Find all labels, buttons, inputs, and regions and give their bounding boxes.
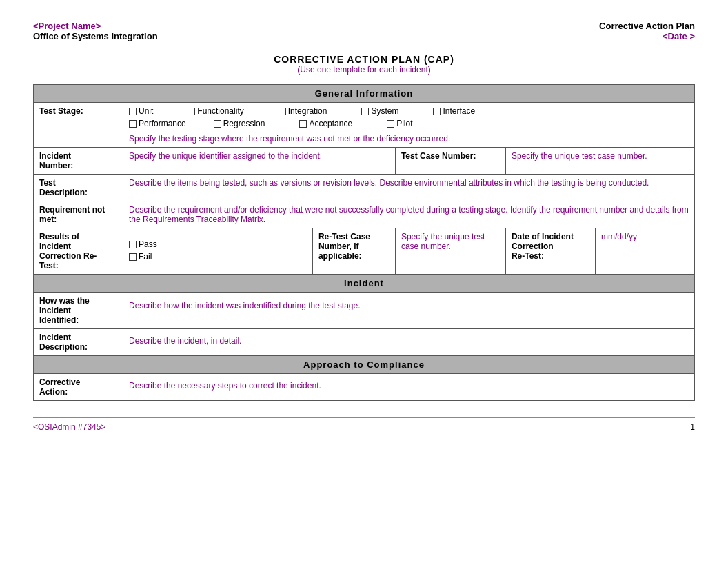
footer-admin: <OSIAdmin #7345>	[33, 422, 105, 432]
header-left: <Project Name> Office of Systems Integra…	[33, 21, 158, 41]
incident-description-help: Describe the incident, in detail.	[129, 336, 241, 346]
checkbox-pilot-label: Pilot	[396, 119, 412, 128]
checkbox-pilot-box[interactable]	[387, 120, 394, 128]
test-case-number-content: Specify the unique test case number.	[505, 148, 694, 175]
requirement-not-met-row: Requirement notmet: Describe the require…	[34, 201, 695, 228]
main-subtitle: (Use one template for each incident)	[33, 65, 695, 75]
corrective-action-content: Describe the necessary steps to correct …	[123, 374, 695, 401]
retest-case-label-cell: Re-Test CaseNumber, ifapplicable:	[312, 228, 395, 275]
checkbox-acceptance: Acceptance	[299, 119, 374, 128]
checkbox-pass-label: Pass	[139, 239, 157, 249]
results-row: Results ofIncidentCorrection Re-Test: Pa…	[34, 228, 695, 275]
corrective-action-row: CorrectiveAction: Describe the necessary…	[34, 374, 695, 401]
test-stage-label: Test Stage:	[34, 103, 123, 148]
checkbox-regression-box[interactable]	[214, 120, 221, 128]
checkbox-unit-label: Unit	[139, 106, 153, 116]
test-stage-content: Unit Functionality Integration Syst	[123, 103, 695, 148]
retest-case-help: Specify the unique test case number.	[401, 232, 485, 251]
retest-case-content: Specify the unique test case number.	[395, 228, 505, 275]
checkbox-integration-label: Integration	[288, 106, 327, 116]
footer-page-number: 1	[690, 422, 695, 432]
test-description-row: TestDescription: Describe the items bein…	[34, 175, 695, 201]
checkbox-integration-box[interactable]	[279, 108, 286, 115]
checkbox-system-box[interactable]	[361, 108, 369, 115]
test-description-content: Describe the items being tested, such as…	[123, 175, 695, 201]
incident-number-help: Specify the unique identifier assigned t…	[129, 151, 322, 161]
general-info-header: General Information	[34, 85, 695, 103]
checkbox-interface-label: Interface	[443, 106, 475, 116]
incident-description-content: Describe the incident, in detail.	[123, 329, 695, 356]
checkbox-performance-box[interactable]	[129, 120, 136, 128]
how-identified-row: How was theIncidentIdentified: Describe …	[34, 293, 695, 329]
incident-header-row: Incident	[34, 275, 695, 293]
header-right: Corrective Action Plan <Date >	[599, 21, 695, 41]
date-of-incident-label-cell: Date of IncidentCorrectionRe-Test:	[505, 228, 595, 275]
checkbox-integration: Integration	[279, 106, 350, 116]
corrective-action-label: CorrectiveAction:	[34, 374, 123, 401]
corrective-action-help: Describe the necessary steps to correct …	[129, 381, 321, 391]
checkbox-interface-box[interactable]	[433, 108, 441, 115]
checkboxes-wrap: Unit Functionality Integration Syst	[129, 106, 689, 144]
incident-number-content: Specify the unique identifier assigned t…	[123, 148, 396, 175]
general-info-header-row: General Information	[34, 85, 695, 103]
checkbox-pass-box[interactable]	[129, 241, 136, 248]
incident-testcase-row: IncidentNumber: Specify the unique ident…	[34, 148, 695, 175]
checkbox-performance: Performance	[129, 119, 201, 128]
incident-number-label: IncidentNumber:	[34, 148, 123, 175]
checkbox-acceptance-label: Acceptance	[309, 119, 352, 128]
checkbox-regression-label: Regression	[223, 119, 265, 128]
results-label: Results ofIncidentCorrection Re-Test:	[34, 228, 123, 275]
test-description-help: Describe the items being tested, such as…	[129, 178, 649, 188]
checkbox-functionality-label: Functionality	[197, 106, 243, 116]
test-stage-help: Specify the testing stage where the requ…	[129, 134, 689, 144]
checkbox-functionality: Functionality	[188, 106, 265, 116]
checkboxes-line-2: Performance Regression Acceptance P	[129, 119, 689, 130]
test-case-number-label: Test Case Number:	[395, 148, 505, 175]
checkbox-pilot: Pilot	[387, 119, 412, 128]
date-of-incident-help: mm/dd/yy	[601, 232, 637, 241]
approach-header-row: Approach to Compliance	[34, 356, 695, 374]
checkbox-unit: Unit	[129, 106, 175, 116]
checkbox-system: System	[361, 106, 421, 116]
date-of-incident-content: mm/dd/yy	[595, 228, 694, 275]
incident-description-label: IncidentDescription:	[34, 329, 123, 356]
test-case-number-help: Specify the unique test case number.	[512, 151, 647, 161]
main-title: Corrective Action Plan (CAP)	[33, 54, 695, 65]
checkbox-interface: Interface	[433, 106, 475, 116]
cap-table: General Information Test Stage: Unit	[33, 84, 695, 401]
how-identified-label: How was theIncidentIdentified:	[34, 293, 123, 329]
incident-description-row: IncidentDescription: Describe the incide…	[34, 329, 695, 356]
checkbox-fail-label: Fail	[139, 252, 152, 261]
date-label: <Date >	[599, 31, 695, 41]
checkboxes-line-1: Unit Functionality Integration Syst	[129, 106, 689, 117]
approach-header: Approach to Compliance	[34, 356, 695, 374]
how-identified-help: Describe how the incident was indentifie…	[129, 301, 361, 310]
office-name: Office of Systems Integration	[33, 31, 158, 41]
doc-title: Corrective Action Plan	[599, 21, 695, 31]
checkbox-performance-label: Performance	[139, 119, 186, 128]
page-header: <Project Name> Office of Systems Integra…	[33, 21, 695, 41]
page-footer: <OSIAdmin #7345> 1	[33, 417, 695, 432]
requirement-not-met-label: Requirement notmet:	[34, 201, 123, 228]
checkbox-functionality-box[interactable]	[188, 108, 195, 115]
how-identified-content: Describe how the incident was indentifie…	[123, 293, 695, 329]
test-description-label: TestDescription:	[34, 175, 123, 201]
incident-header: Incident	[34, 275, 695, 293]
checkbox-fail-group: Fail	[129, 252, 294, 261]
checkbox-fail-box[interactable]	[129, 253, 136, 261]
test-stage-row: Test Stage: Unit Functionality	[34, 103, 695, 148]
page: <Project Name> Office of Systems Integra…	[0, 0, 728, 563]
checkbox-system-label: System	[371, 106, 398, 116]
main-title-area: Corrective Action Plan (CAP) (Use one te…	[33, 54, 695, 75]
checkbox-unit-box[interactable]	[129, 108, 136, 115]
requirement-not-met-content: Describe the requirement and/or deficien…	[123, 201, 695, 228]
checkbox-regression: Regression	[214, 119, 287, 128]
project-name: <Project Name>	[33, 21, 158, 31]
results-pass-fail: Pass Fail	[123, 228, 313, 275]
checkbox-pass-group: Pass	[129, 239, 294, 249]
requirement-not-met-help: Describe the requirement and/or deficien…	[129, 205, 689, 224]
checkbox-acceptance-box[interactable]	[299, 120, 307, 128]
